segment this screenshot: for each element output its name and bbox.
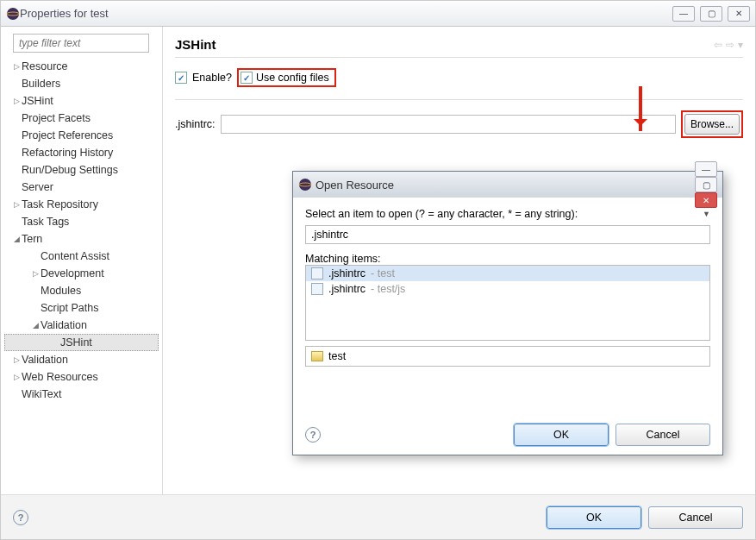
item-name: .jshintrc (328, 283, 366, 295)
sidebar-item-label: Content Assist (41, 250, 109, 262)
folder-icon (311, 351, 323, 361)
use-config-label: Use config files (256, 72, 329, 84)
sidebar-item-label: Modules (41, 285, 81, 297)
sidebar-item-label: Script Paths (41, 302, 98, 314)
sidebar-item-task-tags[interactable]: Task Tags (4, 213, 159, 230)
sidebar-item-validation[interactable]: ▷Validation (4, 351, 159, 368)
cancel-button[interactable]: Cancel (648, 506, 743, 529)
sidebar-item-builders[interactable]: Builders (4, 75, 159, 92)
use-config-checkbox[interactable]: ✓ (241, 72, 253, 84)
forward-icon[interactable]: ⇨ (726, 39, 734, 51)
sidebar-item-label: WikiText (22, 388, 62, 400)
svg-point-2 (299, 179, 311, 191)
dialog-path: test (328, 350, 346, 362)
close-button[interactable]: ✕ (728, 6, 750, 22)
dialog-result-list[interactable]: .jshintrc - test.jshintrc - test/js (305, 265, 710, 341)
dialog-minimize-button[interactable]: — (695, 161, 717, 177)
list-item[interactable]: .jshintrc - test/js (306, 281, 709, 297)
page-title: JSHint (175, 37, 714, 52)
sidebar-item-label: Builders (22, 78, 60, 90)
dialog-prompt: Select an item to open (? = any characte… (305, 208, 703, 220)
sidebar-item-label: Refactoring History (22, 147, 113, 159)
sidebar-item-modules[interactable]: Modules (4, 282, 159, 299)
sidebar-item-label: Task Repository (22, 198, 98, 210)
expand-icon[interactable]: ▷ (11, 97, 22, 105)
menu-down-icon[interactable]: ▾ (738, 39, 743, 51)
dialog-titlebar: Open Resource — ▢ ✕ (293, 172, 722, 198)
dialog-menu-icon[interactable]: ▼ (703, 210, 710, 218)
list-item[interactable]: .jshintrc - test (306, 266, 709, 281)
expand-icon[interactable]: ◢ (11, 235, 22, 243)
sidebar-item-jshint[interactable]: JSHint (4, 334, 159, 351)
sidebar-item-task-repository[interactable]: ▷Task Repository (4, 196, 159, 213)
sidebar-item-label: Run/Debug Settings (22, 164, 118, 176)
expand-icon[interactable]: ▷ (11, 62, 22, 71)
dialog-ok-button[interactable]: OK (514, 424, 609, 446)
window-title: Properties for test (20, 7, 672, 20)
sidebar-item-label: Validation (22, 354, 68, 366)
sidebar-item-wikitext[interactable]: WikiText (4, 386, 159, 403)
sidebar-item-content-assist[interactable]: Content Assist (4, 248, 159, 265)
eclipse-icon (298, 178, 312, 192)
sidebar-item-jshint[interactable]: ▷JSHint (4, 92, 159, 110)
sidebar-item-label: Task Tags (22, 216, 69, 228)
sidebar-item-label: Development (41, 267, 104, 279)
jshintrc-label: .jshintrc: (175, 118, 216, 130)
expand-icon[interactable]: ▷ (30, 269, 41, 278)
sidebar-item-validation[interactable]: ◢Validation (4, 317, 159, 334)
dialog-title: Open Resource (316, 179, 695, 192)
nav-arrows: ⇦ ⇨ ▾ (714, 39, 743, 51)
sidebar-item-web-resources[interactable]: ▷Web Resources (4, 368, 159, 386)
expand-icon[interactable]: ▷ (11, 355, 22, 364)
bottom-bar: ? OK Cancel (1, 494, 755, 539)
sidebar-item-label: Project Facets (22, 112, 91, 124)
expand-icon[interactable]: ▷ (11, 373, 22, 381)
dialog-maximize-button[interactable]: ▢ (695, 177, 717, 192)
window-buttons: — ▢ ✕ (672, 6, 750, 22)
sidebar-item-label: JSHint (22, 95, 53, 107)
file-icon (311, 283, 323, 295)
enable-checkbox[interactable]: ✓ (175, 72, 187, 84)
dialog-path-box: test (305, 346, 710, 367)
sidebar-item-development[interactable]: ▷Development (4, 265, 159, 282)
maximize-button[interactable]: ▢ (700, 6, 722, 22)
expand-icon[interactable]: ▷ (11, 200, 22, 209)
help-icon[interactable]: ? (305, 427, 321, 443)
item-path: - test/js (371, 283, 405, 295)
svg-point-0 (7, 8, 19, 20)
sidebar-item-refactoring-history[interactable]: Refactoring History (4, 144, 159, 161)
sidebar-item-label: Tern (22, 233, 42, 245)
sidebar-item-project-facets[interactable]: Project Facets (4, 110, 159, 127)
sidebar: ▷ResourceBuilders▷JSHintProject FacetsPr… (1, 27, 163, 494)
open-resource-dialog: Open Resource — ▢ ✕ Select an item to op… (292, 171, 723, 455)
dialog-cancel-button[interactable]: Cancel (615, 424, 710, 446)
highlight-use-config: ✓ Use config files (237, 68, 336, 87)
dialog-close-button[interactable]: ✕ (695, 192, 717, 208)
browse-button[interactable]: Browse... (684, 114, 740, 135)
minimize-button[interactable]: — (672, 6, 695, 22)
highlight-browse: Browse... (681, 110, 743, 138)
ok-button[interactable]: OK (547, 506, 641, 529)
dialog-search-input[interactable] (305, 225, 710, 244)
sidebar-item-run-debug-settings[interactable]: Run/Debug Settings (4, 161, 159, 179)
enable-label: Enable? (192, 72, 232, 84)
sidebar-item-tern[interactable]: ◢Tern (4, 230, 159, 248)
jshintrc-input[interactable] (221, 115, 676, 134)
sidebar-item-label: Validation (41, 319, 87, 331)
sidebar-item-label: Resource (22, 60, 68, 72)
annotation-arrow (639, 86, 642, 131)
sidebar-item-resource[interactable]: ▷Resource (4, 58, 159, 75)
item-name: .jshintrc (328, 267, 366, 279)
property-tree: ▷ResourceBuilders▷JSHintProject FacetsPr… (4, 58, 159, 403)
filter-input[interactable] (13, 34, 149, 53)
expand-icon[interactable]: ◢ (30, 321, 41, 330)
eclipse-icon (6, 7, 20, 21)
sidebar-item-server[interactable]: Server (4, 179, 159, 196)
file-icon (311, 267, 323, 279)
sidebar-item-script-paths[interactable]: Script Paths (4, 299, 159, 317)
sidebar-item-project-references[interactable]: Project References (4, 127, 159, 144)
window-titlebar: Properties for test — ▢ ✕ (1, 1, 755, 27)
back-icon[interactable]: ⇦ (714, 39, 722, 51)
help-icon[interactable]: ? (13, 510, 28, 525)
sidebar-item-label: Server (22, 181, 53, 193)
